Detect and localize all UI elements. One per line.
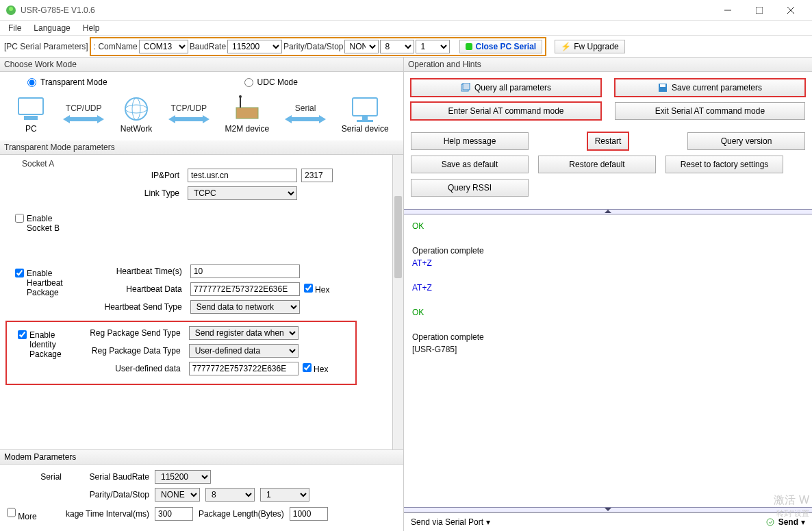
menu-file[interactable]: File <box>3 22 27 34</box>
query-version-button[interactable]: Query version <box>687 132 805 150</box>
right-panel: Operation and Hints Query all parameters… <box>404 58 812 531</box>
hb-type-select[interactable]: Send data to network <box>190 300 300 314</box>
modem-baud-select[interactable]: 115200 <box>155 470 211 484</box>
fw-upgrade-button[interactable]: ⚡Fw Upgrade <box>555 40 624 53</box>
restore-default-button[interactable]: Restore default <box>538 156 656 173</box>
m2m-icon: M2M device <box>225 95 270 134</box>
reset-factory-button[interactable]: Reset to factory settings <box>665 156 783 173</box>
send-via-dropdown[interactable]: Send via Serial Port ▾ <box>411 517 490 527</box>
scroll-thumb[interactable] <box>394 196 402 278</box>
transparent-mode-radio[interactable]: Transparent Mode <box>27 77 107 87</box>
svg-point-15 <box>239 95 242 98</box>
params-scrollbar[interactable] <box>392 155 403 449</box>
query-rssi-button[interactable]: Query RSSI <box>411 179 529 197</box>
save-params-button[interactable]: Save current parameters <box>615 79 805 97</box>
log-line: OK <box>412 308 804 317</box>
left-panel: Choose Work Mode Transparent Mode UDC Mo… <box>0 58 404 531</box>
menubar: File Language Help <box>0 21 812 36</box>
help-button[interactable]: Help message <box>411 132 529 150</box>
ud-hex-checkbox[interactable]: Hex <box>303 363 329 374</box>
hb-hex-checkbox[interactable]: Hex <box>304 284 330 295</box>
log-line: AT+Z <box>412 283 804 293</box>
enter-at-button[interactable]: Enter Serial AT command mode <box>411 102 601 120</box>
splitter-2[interactable] <box>404 507 812 513</box>
ip-input[interactable] <box>188 169 297 182</box>
svg-marker-24 <box>605 210 611 213</box>
ops-header: Operation and Hints <box>404 58 812 72</box>
identity-package-group: EnableIdentityPackage Reg Package Send T… <box>5 321 357 385</box>
parity-select[interactable]: NONE <box>344 40 379 53</box>
serial-device-icon: Serial device <box>342 95 389 134</box>
svg-rect-21 <box>463 83 470 90</box>
close-button[interactable] <box>775 0 807 21</box>
hb-type-label: Heartbeat Send Type <box>63 302 186 312</box>
svg-rect-6 <box>18 98 43 114</box>
minimize-button[interactable] <box>712 0 744 21</box>
svg-marker-12 <box>168 115 210 123</box>
restart-button[interactable]: Restart <box>587 132 629 150</box>
pkglen-input[interactable] <box>290 507 328 521</box>
baudrate-select[interactable]: 115200 <box>227 40 282 53</box>
ud-input[interactable] <box>189 362 299 375</box>
splitter-grip-icon <box>598 210 618 214</box>
modem-header: Modem Parameters <box>0 449 403 465</box>
log-line: Operation complete <box>412 246 804 256</box>
modem-pds-label: Parity/Data/Stop <box>67 490 149 499</box>
arrow-3: Serial <box>285 103 326 125</box>
parity-data-stop-label: Parity/Data/Stop <box>283 42 343 51</box>
hb-time-label: Heartbeat Time(s) <box>63 267 186 276</box>
port-input[interactable] <box>301 169 333 182</box>
reg-send-select[interactable]: Send register data when <box>189 326 299 340</box>
pkglen-label: Package Length(Bytes) <box>199 509 284 519</box>
work-mode-radios: Transparent Mode UDC Mode <box>0 72 403 92</box>
svg-point-26 <box>767 519 774 526</box>
params-header: Transparent Mode parameters <box>0 140 403 155</box>
stopbits-select[interactable]: 1 <box>416 40 450 53</box>
svg-rect-13 <box>236 108 258 119</box>
query-all-button[interactable]: Query all parameters <box>411 79 601 97</box>
socket-a-label: Socket A <box>22 159 398 169</box>
hb-data-label: Heartbeat Data <box>63 284 186 294</box>
window-title: USR-G785-E V1.0.6 <box>21 5 712 15</box>
modem-stop-select[interactable]: 1 <box>260 488 309 502</box>
arrow-1: TCP/UDP <box>63 103 104 125</box>
chevron-down-icon: ▾ <box>801 517 805 527</box>
svg-rect-3 <box>756 7 763 14</box>
exit-at-button[interactable]: Exit Serial AT command mode <box>615 102 805 120</box>
svg-rect-17 <box>353 98 377 116</box>
hb-time-input[interactable] <box>190 264 300 278</box>
modem-parity-select[interactable]: NONE <box>155 488 200 502</box>
log-line: Operation complete <box>412 332 804 342</box>
comname-select[interactable]: COM13 <box>139 40 188 53</box>
hb-data-input[interactable] <box>190 282 300 296</box>
titlebar: USR-G785-E V1.0.6 <box>0 0 812 21</box>
interval-input[interactable] <box>155 507 193 521</box>
pc-serial-params-label: [PC Serial Parameters] <box>4 42 88 51</box>
svg-rect-7 <box>24 116 38 120</box>
reg-data-select[interactable]: User-defined data <box>189 344 299 358</box>
send-icon <box>766 518 776 526</box>
maximize-button[interactable] <box>744 0 775 21</box>
linktype-label: Link Type <box>5 188 183 198</box>
log-line: [USR-G785] <box>412 345 804 354</box>
save-default-button[interactable]: Save as default <box>411 156 529 173</box>
enable-identity[interactable]: EnableIdentityPackage <box>18 330 62 375</box>
menu-help[interactable]: Help <box>77 22 105 34</box>
enable-socket-b[interactable]: EnableSocket B <box>15 214 398 233</box>
linktype-select[interactable]: TCPC <box>188 186 297 200</box>
modem-baud-label: Serial BaudRate <box>67 472 149 482</box>
splitter-1[interactable] <box>404 209 812 214</box>
udc-mode-radio[interactable]: UDC Mode <box>244 77 298 87</box>
databits-select[interactable]: 8 <box>380 40 414 53</box>
send-button[interactable]: Send ▾ <box>766 517 805 527</box>
more-checkbox[interactable]: More <box>7 506 48 521</box>
log-area: OK Operation complete AT+Z AT+Z OK Opera… <box>404 214 812 507</box>
reg-send-label: Reg Package Send Type <box>62 328 185 338</box>
close-pc-serial-button[interactable]: Close PC Serial <box>459 40 542 53</box>
modem-data-select[interactable]: 8 <box>205 488 255 502</box>
main-split: Choose Work Mode Transparent Mode UDC Mo… <box>0 58 812 531</box>
enable-heartbeat[interactable]: EnableHeartbeatPackage <box>15 269 63 314</box>
watermark: 激活 W <box>774 493 809 508</box>
save-icon <box>658 83 668 92</box>
menu-language[interactable]: Language <box>28 22 75 34</box>
